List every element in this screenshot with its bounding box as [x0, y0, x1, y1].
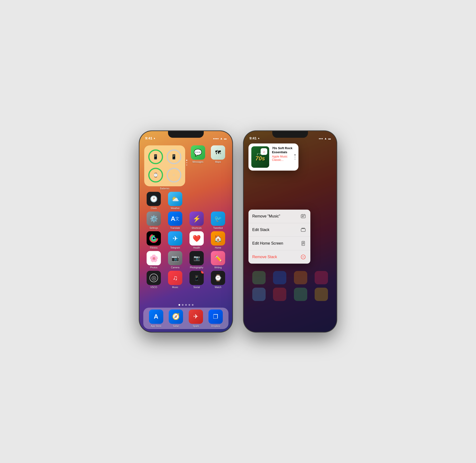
dock-appstore[interactable]: A App Store	[147, 310, 166, 327]
app-health[interactable]: ❤️ Health	[187, 231, 206, 249]
app-grid: 📱 📱 ⌚	[139, 143, 232, 291]
app-settings[interactable]: ⚙️ Settings	[144, 212, 163, 229]
batteries-widget[interactable]: 📱 📱 ⌚	[144, 145, 185, 186]
app-translate[interactable]: A文 Translate	[166, 212, 185, 229]
app-writing[interactable]: ✏️ Writing	[208, 251, 227, 269]
settings-icon: ⚙️	[147, 212, 161, 226]
remove-music-svg	[301, 214, 306, 219]
app-vsco[interactable]: ◎ VSCO	[144, 271, 163, 289]
writing-label: Writing	[215, 266, 222, 269]
context-menu-remove-music[interactable]: Remove "Music"	[249, 210, 310, 223]
svg-rect-5	[302, 216, 304, 217]
app-maps[interactable]: 🗺 Maps	[208, 145, 227, 163]
clock-label: Clock	[151, 207, 157, 210]
edit-stack-icon	[300, 226, 306, 233]
music-label: Music	[172, 286, 178, 289]
widget-dot-2	[186, 162, 187, 163]
app-clock[interactable]: 🕐 Clock	[144, 192, 163, 210]
svg-rect-6	[301, 229, 305, 232]
photos-label: Photos	[150, 266, 157, 269]
fitness-icon	[147, 231, 161, 246]
weather-label: Weather	[171, 207, 180, 210]
app-row-2: 🕐 Clock ⛅ Weather	[144, 192, 227, 210]
app-photos[interactable]: 🌸 Photos	[144, 251, 163, 269]
wifi-icon: ▲	[220, 137, 223, 140]
app-telegram[interactable]: ✈ Telegram	[166, 231, 185, 249]
phone2-status-time: 9:41	[249, 136, 257, 140]
context-menu-edit-home[interactable]: Edit Home Screen	[249, 237, 310, 250]
appstore-label: App Store	[151, 325, 161, 327]
phone2-signal-icon: ●●●	[319, 137, 323, 140]
dropbox-label: Dropbox	[211, 325, 220, 327]
messages-label: Messages	[193, 160, 204, 163]
remove-stack-label: Remove Stack	[252, 255, 277, 259]
watch-icon: ⌚	[211, 271, 225, 285]
batteries-label: Batteries	[160, 187, 169, 190]
photos-icon: 🌸	[147, 251, 161, 265]
page-dot-3	[185, 304, 187, 306]
battery-circle-watch: ⌚	[148, 168, 163, 182]
app-row-4: Fitness ✈ Telegram ❤️ Health 🏠	[144, 231, 227, 249]
app-tweetbot[interactable]: 🐦 Tweetbot	[208, 212, 227, 229]
phone2-notch	[272, 131, 308, 138]
app-weather[interactable]: ⛅ Weather	[166, 192, 185, 210]
album-title-line2: Essentials	[272, 150, 295, 154]
phone-2: 9:41 ▲ ●●● ▲ ▬ 1"70s 70s ♪	[244, 131, 337, 332]
vsco-label: VSCO	[150, 286, 157, 289]
dock-safari[interactable]: 🧭 Safari	[166, 310, 185, 327]
music-note-icon: ♪	[260, 148, 267, 155]
social-icon: 📱 1	[189, 271, 204, 285]
tweetbot-label: Tweetbot	[213, 227, 223, 229]
album-art: 1"70s 70s ♪	[251, 146, 269, 168]
home-label: Home	[215, 247, 221, 249]
shortcuts-icon: ⚡	[189, 212, 204, 226]
fitness-label: Fitness	[150, 247, 158, 249]
app-home[interactable]: 🏠 Home	[208, 231, 227, 249]
remove-music-label: Remove "Music"	[252, 214, 280, 218]
fitness-rings	[147, 231, 161, 246]
app-messages[interactable]: 💬 Messages	[189, 145, 207, 163]
phone1-screen: 9:41 ▲ ●●●● ▲ ▬ 📱	[139, 131, 232, 332]
context-menu: Remove "Music" Edit Stack	[249, 210, 310, 264]
battery-circle-empty: ○	[167, 168, 181, 182]
widget-dot-3	[186, 164, 187, 166]
batteries-widget-container[interactable]: 📱 📱 ⌚	[144, 145, 185, 190]
notch	[168, 131, 204, 138]
app-music[interactable]: ♫ Music	[166, 271, 185, 289]
phone2-battery-icon: ▬	[328, 137, 331, 140]
battery-phone2: 📱	[165, 148, 182, 165]
music-icon: ♫	[168, 271, 182, 285]
bg-icon-8	[315, 288, 328, 301]
app-row-5: 🌸 Photos 📷 Camera 📷 Photography	[144, 251, 227, 269]
remove-stack-icon	[300, 254, 306, 260]
widget-dot-inactive-2	[294, 159, 296, 160]
app-camera[interactable]: 📷 Camera	[166, 251, 185, 269]
phone2-location-icon: ▲	[258, 137, 260, 139]
telegram-icon: ✈	[168, 231, 182, 246]
context-menu-edit-stack[interactable]: Edit Stack	[249, 223, 310, 237]
widget-dot-1	[186, 160, 187, 161]
app-photography[interactable]: 📷 Photography	[187, 251, 206, 269]
messages-icon: 💬	[191, 145, 205, 160]
dock-spark[interactable]: ✈ Spark	[186, 310, 205, 327]
widget-preview-content: 1"70s 70s ♪ 70s Soft Rock Essentials App…	[251, 146, 296, 168]
app-social[interactable]: 📱 1 Social	[187, 271, 206, 289]
widget-dot-inactive-1	[294, 157, 296, 158]
settings-label: Settings	[149, 227, 158, 229]
fitness-rings-svg	[149, 234, 158, 243]
widget-preview-card: 1"70s 70s ♪ 70s Soft Rock Essentials App…	[249, 143, 298, 171]
widget-page-dots	[186, 160, 187, 166]
bg-icon-3	[294, 271, 307, 284]
context-menu-remove-stack[interactable]: Remove Stack	[249, 250, 310, 264]
bg-icon-1	[252, 271, 266, 284]
edit-stack-svg	[301, 227, 306, 232]
spark-label: Spark	[193, 325, 199, 327]
app-watch[interactable]: ⌚ Watch	[208, 271, 227, 289]
translate-icon: A文	[168, 212, 182, 226]
dock-dropbox[interactable]: ❐ Dropbox	[206, 310, 225, 327]
app-shortcuts[interactable]: ⚡ Shortcuts	[187, 212, 206, 229]
app-row-3: ⚙️ Settings A文 Translate ⚡ Shortcuts	[144, 212, 227, 229]
app-fitness[interactable]: Fitness	[144, 231, 163, 249]
page-dot-4	[189, 304, 190, 306]
weather-icon: ⛅	[168, 192, 182, 206]
